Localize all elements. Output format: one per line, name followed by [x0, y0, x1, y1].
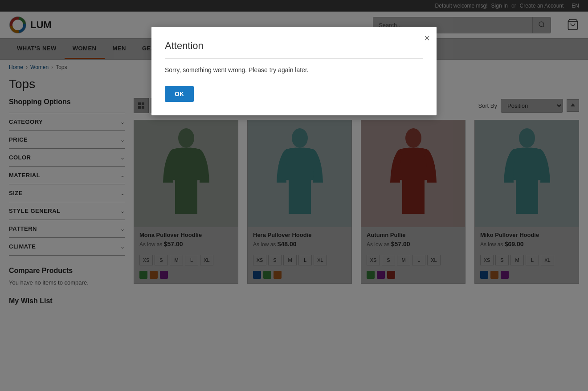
attention-modal: Attention × Sorry, something went wrong.…	[151, 27, 437, 115]
modal-ok-button[interactable]: OK	[165, 86, 194, 102]
modal-close-button[interactable]: ×	[424, 33, 430, 43]
modal-overlay: Attention × Sorry, something went wrong.…	[0, 0, 588, 314]
modal-title: Attention	[165, 40, 423, 59]
modal-message: Sorry, something went wrong. Please try …	[165, 65, 423, 75]
